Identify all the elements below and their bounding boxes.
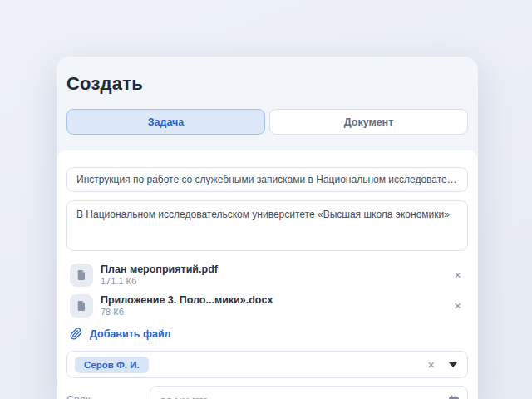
due-date-row: Срок исполнения: [66, 386, 468, 399]
assignee-chip[interactable]: Серов Ф. И.: [75, 357, 149, 373]
attachment-list: План мероприятий.pdf 171.1 Кб × Приложен…: [66, 259, 468, 321]
create-modal: Создать Задача Документ В Национальном и…: [57, 57, 478, 399]
close-icon[interactable]: ×: [451, 267, 465, 283]
attachment-name: Приложение 3. Поло...мики».docx: [101, 294, 273, 306]
caret-down-icon[interactable]: [449, 362, 457, 367]
close-icon[interactable]: ×: [451, 298, 465, 313]
attachment-meta: План мероприятий.pdf 171.1 Кб: [101, 264, 218, 286]
file-icon: [70, 264, 93, 287]
tab-document[interactable]: Документ: [269, 109, 468, 135]
attachment-name: План мероприятий.pdf: [101, 264, 218, 275]
attachment-meta: Приложение 3. Поло...мики».docx 78 Кб: [101, 294, 273, 317]
task-form-panel: В Национальном исследовательском универс…: [57, 150, 478, 399]
assignee-select[interactable]: Серов Ф. И. ×: [66, 351, 468, 378]
tab-task-label: Задача: [148, 116, 185, 128]
due-date-label: Срок исполнения: [66, 386, 150, 399]
paperclip-icon: [70, 328, 82, 340]
add-file-button[interactable]: Добавить файл: [70, 328, 171, 340]
task-title-input[interactable]: [66, 167, 468, 192]
attachment-size: 78 Кб: [101, 307, 273, 317]
page-title: Создать: [66, 73, 468, 95]
attachment-row: Приложение 3. Поло...мики».docx 78 Кб ×: [66, 290, 468, 321]
attachment-size: 171.1 Кб: [101, 276, 218, 286]
tab-bar: Задача Документ: [66, 109, 468, 135]
tab-task[interactable]: Задача: [66, 109, 265, 135]
assignee-controls: ×: [424, 357, 457, 372]
calendar-icon[interactable]: [448, 395, 460, 399]
tab-document-label: Документ: [344, 116, 394, 128]
add-file-label: Добавить файл: [90, 328, 171, 340]
task-description-input[interactable]: В Национальном исследовательском универс…: [66, 200, 468, 251]
due-date-field: [150, 386, 468, 399]
attachment-row: План мероприятий.pdf 171.1 Кб ×: [66, 259, 468, 290]
file-icon: [70, 294, 93, 318]
due-date-input[interactable]: [150, 386, 468, 399]
close-icon[interactable]: ×: [424, 357, 438, 372]
